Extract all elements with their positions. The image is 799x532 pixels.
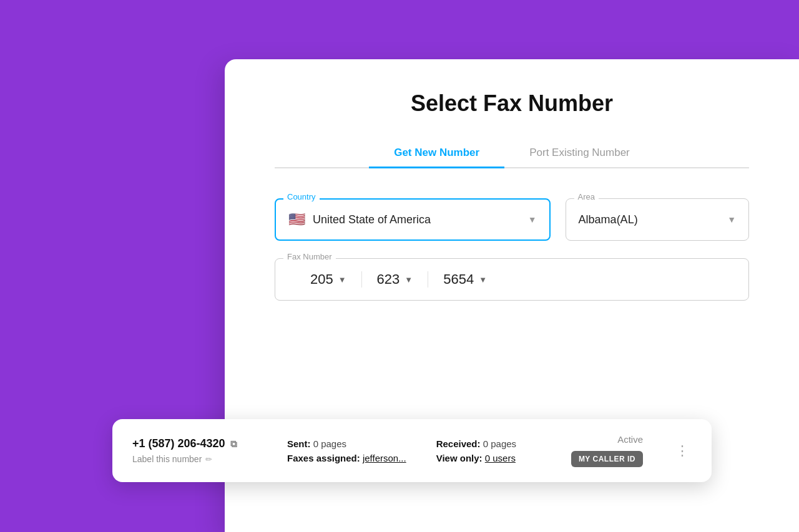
country-select-left: 🇺🇸 United State of America [288,211,431,228]
us-flag-icon: 🇺🇸 [288,211,305,228]
faxes-assigned-value[interactable]: jefferson... [363,453,406,463]
page-title: Select Fax Number [275,90,749,117]
phone-number-value: +1 (587) 206-4320 [132,437,225,450]
fax-number-section: Fax Number 205 ▼ 623 ▼ 5654 ▼ [275,258,749,301]
edit-icon[interactable]: ✏ [205,455,212,464]
caller-id-badge: MY CALLER ID [571,451,643,467]
received-value: 0 pages [483,438,516,449]
country-value: United State of America [313,213,431,226]
received-label: Received: [436,438,481,449]
received-view-stats: Received: 0 pages View only: 0 users [436,438,516,463]
copy-icon[interactable]: ⧉ [230,438,237,450]
fax-part-1-chevron-icon: ▼ [338,275,346,284]
tab-get-new-number[interactable]: Get New Number [369,139,504,168]
label-number-row: Label this number ✏ [132,454,257,464]
form-row-country-area: Country 🇺🇸 United State of America ▼ Are… [275,198,749,241]
area-select[interactable]: Albama(AL) ▼ [566,198,749,241]
sent-label: Sent: [287,438,311,449]
received-stat: Received: 0 pages [436,438,516,449]
sent-stat: Sent: 0 pages [287,438,406,449]
country-label: Country [283,192,320,201]
tab-port-existing-number[interactable]: Port Existing Number [504,139,655,168]
country-select[interactable]: 🇺🇸 United State of America ▼ [275,198,551,241]
fax-part-3-value: 5654 [443,271,474,288]
fax-number-box: 205 ▼ 623 ▼ 5654 ▼ [275,258,749,301]
country-field-group: Country 🇺🇸 United State of America ▼ [275,198,551,241]
view-only-stat: View only: 0 users [436,453,516,463]
country-chevron-icon: ▼ [528,215,537,225]
view-only-label: View only: [436,453,483,463]
faxes-assigned-stat: Faxes assigned: jefferson... [287,453,406,463]
area-chevron-icon: ▼ [727,215,736,225]
sent-faxes-stats: Sent: 0 pages Faxes assigned: jefferson.… [287,438,406,463]
fax-part-2-chevron-icon: ▼ [404,275,413,284]
area-select-left: Albama(AL) [579,213,638,226]
fax-part-3[interactable]: 5654 ▼ [428,271,502,288]
phone-number-row: +1 (587) 206-4320 ⧉ [132,437,257,450]
more-options-icon[interactable]: ⋮ [673,443,692,459]
fax-part-3-chevron-icon: ▼ [479,275,487,284]
active-status-badge: Active [617,434,643,445]
fax-part-2-value: 623 [377,271,400,288]
area-field-group: Area Albama(AL) ▼ [566,198,749,241]
tab-bar: Get New Number Port Existing Number [275,139,749,168]
label-number-text: Label this number [132,454,202,464]
bottom-number-card: +1 (587) 206-4320 ⧉ Label this number ✏ … [112,419,712,482]
faxes-assigned-label: Faxes assigned: [287,453,360,463]
fax-part-1-value: 205 [310,271,333,288]
area-value: Albama(AL) [579,213,638,226]
area-label: Area [574,192,599,201]
fax-number-label: Fax Number [283,252,336,261]
sent-value: 0 pages [313,438,346,449]
phone-section: +1 (587) 206-4320 ⧉ Label this number ✏ [132,437,257,464]
view-only-value[interactable]: 0 users [485,453,516,463]
fax-part-1[interactable]: 205 ▼ [295,271,362,288]
status-section: Active MY CALLER ID [571,434,643,467]
fax-part-2[interactable]: 623 ▼ [362,271,429,288]
